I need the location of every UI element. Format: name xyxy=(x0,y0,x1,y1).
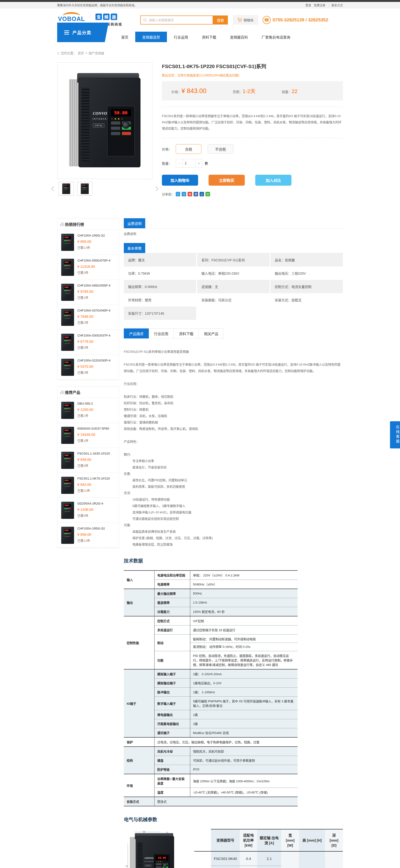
search-area: 搜索 xyxy=(140,16,228,25)
add-to-compare-button[interactable]: 加入对比 xyxy=(255,175,291,186)
list-item[interactable]: DBU-055-2 ¥ 1200.00 已售1件 xyxy=(57,398,119,423)
phone-number: 0755-32825139 / 32825352 xyxy=(273,18,328,23)
weibo-icon[interactable]: 微 xyxy=(188,192,192,196)
list-item[interactable]: 6SE6430-2UD37-5FB0 ¥ 19439.00 已售1件 xyxy=(57,423,119,448)
next-thumbnail-arrow[interactable] xyxy=(154,186,158,191)
breadcrumb-home[interactable]: 首页 xyxy=(78,51,84,55)
list-item[interactable]: CHF100A-055G/075P-4 ¥ 11318.00 已售3件 xyxy=(57,255,119,280)
price-bar: 价格： ¥ 843.00 货期： 1-2天 销量： 22 xyxy=(162,81,343,100)
quantity-minus-button[interactable]: - xyxy=(176,159,183,167)
nav-item-aftersales[interactable]: 厂家售后电话查询 xyxy=(255,32,297,42)
prev-thumbnail-arrow[interactable] xyxy=(51,186,56,191)
category-label: 产品分类 xyxy=(72,29,91,35)
search-input[interactable] xyxy=(147,18,213,22)
industry-line: 纺织印染：纺纱机，整定机，染布机 xyxy=(124,400,343,406)
thumbnail-2[interactable] xyxy=(77,182,92,196)
breadcrumb-label: 您的位置： xyxy=(61,51,76,55)
item-name: CHF100A-045G/055P-4 xyxy=(78,284,111,287)
product-thumbnail xyxy=(61,259,74,276)
nav-item-downloads[interactable]: 资料下载 xyxy=(195,32,223,42)
nav-item-wiki[interactable]: 变频器百科 xyxy=(223,32,255,42)
product-gallery: CONVO® INVERTER CVF-S1 50.00 xyxy=(57,62,152,196)
quantity-plus-button[interactable]: + xyxy=(195,159,203,167)
description-heading: FSCS01(CVF-S1)系列单相小功率高性能变频器 xyxy=(124,348,343,355)
list-item[interactable]: CHF100A-1R5G-S2 ¥ 858.00 已售12件 xyxy=(57,523,119,548)
detail-main: 运费说明 运费说明 基本参数 品牌：康沃系列：FSCS01(CVF-S1)系列品… xyxy=(124,218,343,868)
item-name: CHF100A-030G/037P-4 xyxy=(78,334,111,337)
nav-item-industry[interactable]: 行业运用 xyxy=(167,32,195,42)
tab-basic-params[interactable]: 基本参数 xyxy=(124,243,145,253)
list-item[interactable]: GD200AA-2R2G-4 ¥ 1208.00 已售9件 xyxy=(57,498,119,523)
industry-line: 其他设备：陶瓷送粉机，传送带，医疗离心机，游戏机 xyxy=(124,426,343,432)
search-box xyxy=(140,16,213,25)
tax-included-option[interactable]: 含税 xyxy=(176,144,202,154)
recommended-box: 推荐产品 DBU-055-2 ¥ 1200.00 已售1件 xyxy=(57,386,119,548)
quantity-unit: 件 xyxy=(205,161,208,166)
buy-now-button[interactable]: 立即购买 xyxy=(209,175,245,186)
item-name: FSCS01.1-1K50-1P220 xyxy=(78,452,110,455)
item-name: CHF100A-022G/030P-4 xyxy=(78,359,111,362)
device-display: 50.00 xyxy=(111,109,131,116)
sales-value: 22 xyxy=(292,88,297,94)
param-cell: 滤波器：无 xyxy=(197,280,270,293)
product-thumbnail xyxy=(61,234,74,251)
list-item[interactable]: FSCS01.1-0K75-1P220 ¥ 843.00 已售22件 xyxy=(57,473,119,498)
aftersales-promise: 售后无忧：沃邦尔商城承诺12小时内100%相应售后问题！ xyxy=(162,73,343,78)
nav-item-selection[interactable]: 变频器选型 xyxy=(135,32,167,42)
cart-button[interactable]: 购物车 xyxy=(233,16,258,25)
contact-link[interactable]: 联系方式 xyxy=(332,4,343,7)
list-item[interactable]: CHF100A-037G/045P-4 ¥ 7846.00 已售2件 xyxy=(57,305,119,330)
mech-params-title: 电气与机械参数 xyxy=(124,816,343,823)
utility-bar: 聚集海内外众多知名变频器品牌，做最专业的变频器采购商城。 登录 免费注册 | 联… xyxy=(0,2,400,8)
product-thumbnail xyxy=(61,402,74,419)
tab-related-products[interactable]: 相关产品 xyxy=(199,329,224,338)
nav-links: 首页 变频器选型 行业运用 资料下载 变频器百科 厂家售后电话查询 xyxy=(114,32,297,42)
window-top-strip xyxy=(0,0,400,2)
item-sold: 已售1件 xyxy=(78,413,93,418)
search-button[interactable]: 搜索 xyxy=(213,16,228,25)
wechat-icon[interactable]: 信 xyxy=(206,192,210,196)
login-link[interactable]: 登录 xyxy=(306,4,311,7)
thumbnail-1[interactable] xyxy=(59,182,74,196)
page: 聚集海内外众多知名变频器品牌，做最专业的变频器采购商城。 登录 免费注册 | 联… xyxy=(0,0,400,868)
item-name: FSCS01.1-0K75-1P220 xyxy=(78,477,110,480)
nav-item-home[interactable]: 首页 xyxy=(114,32,135,42)
list-item[interactable]: FSCS01.1-1K50-1P220 ¥ 949.00 已售9件 xyxy=(57,448,119,473)
description-paragraph: FSCS01系列是一款单相小功率变频器专注于单相小功率，范围从0.4 kW到2.… xyxy=(124,361,343,374)
brand-characters: 变 频 器 xyxy=(95,13,131,20)
breadcrumb-current[interactable]: 国产变频器 xyxy=(89,51,104,55)
list-item[interactable]: CHF100A-030G/037P-4 ¥ 6778.00 已售0件 xyxy=(57,330,119,355)
share-plus-icon[interactable]: + xyxy=(176,192,180,196)
shipping-note: 运费说明 xyxy=(124,231,343,236)
recommended-header: 推荐产品 xyxy=(57,386,119,398)
industry-line: 玻璃行业：玻璃研磨机械 xyxy=(124,419,343,426)
tab-industry-apps[interactable]: 行业应用 xyxy=(149,329,174,338)
renren-icon[interactable]: 人 xyxy=(199,192,204,196)
list-item[interactable]: CHF100A-022G/030P-4 ¥ 5370.00 已售0件 xyxy=(57,355,119,380)
tab-downloads[interactable]: 资料下载 xyxy=(174,329,199,338)
breadcrumb-separator: > xyxy=(86,51,87,55)
register-link[interactable]: 免费注册 xyxy=(314,4,325,7)
list-item[interactable]: CHF100A-045G/055P-4 ¥ 9765.00 已售1件 xyxy=(57,280,119,305)
recommended-list: DBU-055-2 ¥ 1200.00 已售1件 6SE6430-2UD37-5… xyxy=(57,398,119,548)
tab-shipping[interactable]: 运费说明 xyxy=(124,218,145,228)
online-service-tab[interactable]: 在线客服 xyxy=(390,421,400,448)
qzone-icon[interactable]: ★ xyxy=(182,192,186,196)
mech-dimension-photo: W D H CONVO® INVERTER CVF-S1 50.00 xyxy=(126,829,183,868)
pengyou-icon[interactable]: 朋 xyxy=(193,192,198,196)
add-to-cart-button[interactable]: 加入购物车 xyxy=(162,175,198,186)
hamburger-icon xyxy=(64,32,69,33)
item-price: ¥ 9765.00 xyxy=(78,289,111,293)
item-sold: 已售1件 xyxy=(78,295,111,300)
param-cell: 控制方式：电流矢量控制 xyxy=(271,280,343,293)
product-category-button[interactable]: 产品分类 xyxy=(57,23,109,42)
quantity-input[interactable] xyxy=(183,159,195,167)
product-thumbnail xyxy=(61,527,74,544)
item-sold: 已售0件 xyxy=(78,345,111,350)
tax-excluded-option[interactable]: 不含税 xyxy=(208,144,233,154)
industry-lines: 机床行业：研磨机，磨床，线切割机纺织印染：纺纱机，整定机，染布机塑料行业：网套机… xyxy=(124,394,343,432)
tab-description[interactable]: 产品描述 xyxy=(124,329,149,338)
item-name: CHF100A-055G/075P-4 xyxy=(78,259,111,262)
list-item[interactable]: CHF100A-1R5G-S2 ¥ 858.00 已售12件 xyxy=(57,230,119,255)
price-value: ¥ 843.00 xyxy=(181,87,207,95)
